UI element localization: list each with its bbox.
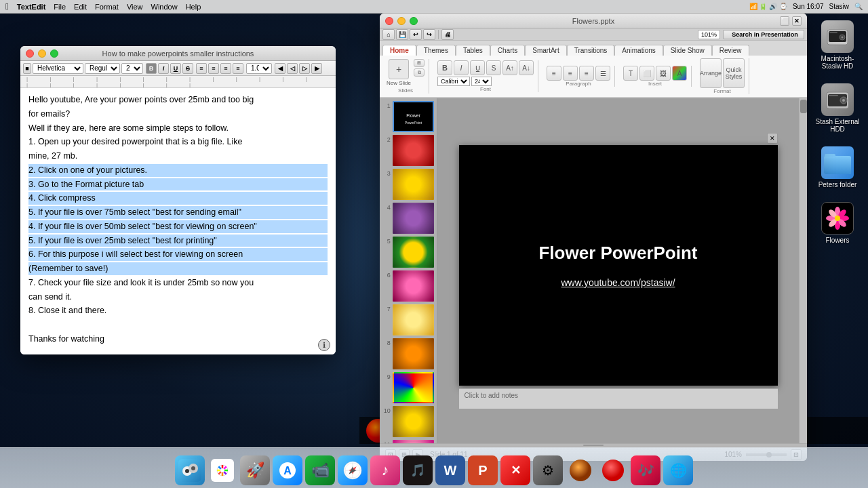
ppt-fontsize-down-btn[interactable]: A↓ [519,60,534,75]
ppt-align-left[interactable]: ≡ [547,66,561,81]
new-slide-button[interactable]: + [389,59,409,79]
dock-item-itunes[interactable]: ♪ [370,455,400,485]
edit-menu[interactable]: Edit [74,3,87,11]
toolbar-styles-btn[interactable]: ■ [23,63,31,74]
scroll-thumb[interactable] [800,100,807,113]
ppt-align-right[interactable]: ≡ [579,66,594,81]
align-justify-button[interactable]: ≡ [233,63,243,74]
notes-area[interactable]: Click to add notes [459,388,778,409]
ppt-list-btn[interactable]: ☰ [595,66,610,81]
dock-item-facetime[interactable]: 📹 [305,455,335,485]
bold-button[interactable]: B [146,63,157,74]
ppt-fontsize-up-btn[interactable]: A↑ [502,60,517,75]
help-menu[interactable]: Help [186,3,201,11]
ppt-toolbar-home[interactable]: ⌂ [382,29,395,40]
ppt-maximize-button[interactable] [410,17,418,25]
font-style-select[interactable]: Regular [85,63,120,74]
insert-picture[interactable]: 🖼 [656,66,671,81]
nav-prev-button[interactable]: ◀ [275,63,285,74]
ribbon-tab-slideshow[interactable]: Slide Show [663,45,712,56]
desktop-icon-stash-hdd[interactable]: Stash ExternalHDD [814,83,861,133]
insert-color[interactable]: A [672,66,687,81]
spotlight-icon[interactable]: 🔍 [854,3,863,10]
align-right-button[interactable]: ≡ [220,63,231,74]
ppt-fontsize-select[interactable]: 24 [471,77,492,86]
ppt-font-select[interactable]: Calibri [437,77,470,86]
line-spacing-select[interactable]: 1.0 [246,63,272,74]
dock-item-safari[interactable] [338,455,368,485]
ppt-align-center[interactable]: ≡ [563,66,578,81]
ribbon-tab-home[interactable]: Home [382,45,416,56]
dock-item-syspreference[interactable]: ⚙ [533,455,563,485]
underline-button[interactable]: U [170,63,181,74]
ribbon-tab-smartart[interactable]: SmartArt [525,45,566,56]
ppt-underline-btn[interactable]: U̲ [470,60,485,75]
desktop-icon-flowers[interactable]: Flowers [814,202,861,244]
dock-item-spotify[interactable]: 🎵 [403,455,433,485]
slide-thumb-9[interactable] [393,372,434,403]
nav-prev2-button[interactable]: ◁ [287,63,298,74]
slide-thumb-10[interactable] [393,406,434,437]
ribbon-tab-tables[interactable]: Tables [456,45,490,56]
ppt-shadow-btn[interactable]: S [486,60,501,75]
textedit-close-button[interactable] [26,49,34,58]
dock-item-music[interactable]: 🎶 [631,455,660,485]
ribbon-tab-charts[interactable]: Charts [490,45,525,56]
slide-thumb-6[interactable] [393,270,434,302]
dock-item-launchpad[interactable]: 🚀 [240,455,270,485]
dock-item-globe[interactable]: 🌐 [663,455,693,485]
slide-thumb-3[interactable] [393,169,434,200]
dock-item-photos[interactable] [208,455,237,485]
dock-item-powerpoint[interactable]: P [468,455,498,485]
dock-item-ball2[interactable] [598,455,628,485]
slide-main-view[interactable]: ✕ Flower PowerPoint www.youtube.com/psta… [437,98,799,443]
ppt-toolbar-undo[interactable]: ↩ [410,29,422,40]
slide-thumb-5[interactable] [393,237,434,268]
ribbon-tab-themes[interactable]: Themes [416,45,456,56]
app-name-menu[interactable]: TextEdit [17,3,46,11]
slide-duplicate-btn[interactable]: ⧉ [414,68,425,77]
dock-item-appstore[interactable]: A [273,455,302,485]
desktop-icon-peters-folder[interactable]: Peters folder [814,146,861,188]
nav-next-button[interactable]: ▷ [299,63,310,74]
ppt-toolbar-redo[interactable]: ↪ [423,29,435,40]
ppt-bold-btn[interactable]: B [437,60,452,75]
slide-view-close[interactable]: ✕ [767,133,778,144]
view-menu[interactable]: View [127,3,143,11]
ppt-close-button[interactable] [385,17,393,25]
ppt-search-btn[interactable]: Search in Presentation [723,30,804,39]
apple-menu[interactable]:  [5,1,9,12]
slide-thumb-8[interactable] [393,338,434,369]
slide-layout-btn[interactable]: ⊞ [414,59,425,67]
ppt-close2-btn[interactable]: ✕ [792,16,802,26]
ppt-toolbar-print[interactable]: 🖨 [441,29,454,40]
format-menu[interactable]: Format [95,3,119,11]
dock-item-ball1[interactable] [566,455,595,485]
slide-thumb-7[interactable] [393,304,434,336]
dock-item-word[interactable]: W [435,455,465,485]
ppt-toolbar-save[interactable]: 💾 [396,29,408,40]
ppt-resize-btn[interactable]: ⬜ [780,16,789,26]
slide-scrollbar[interactable] [799,98,807,443]
slide-thumb-4[interactable] [393,203,434,234]
insert-textbox[interactable]: T [623,66,638,81]
ribbon-tab-animations[interactable]: Animations [614,45,663,56]
dock-item-finder[interactable] [175,455,205,485]
window-menu[interactable]: Window [151,3,178,11]
slide-thumb-1[interactable]: FlowerPowerPoint [393,101,434,132]
textedit-minimize-button[interactable] [38,49,46,58]
italic-button[interactable]: I [158,63,169,74]
textedit-maximize-button[interactable] [50,49,58,58]
info-icon[interactable]: ℹ [318,339,330,351]
strikethrough-button[interactable]: S [182,63,193,74]
file-menu[interactable]: File [54,3,66,11]
ribbon-tab-review[interactable]: Review [712,45,749,56]
ppt-minimize-button[interactable] [397,17,406,25]
ribbon-tab-transitions[interactable]: Transitions [567,45,615,56]
insert-shape[interactable]: ⬜ [639,66,654,81]
quick-styles-btn[interactable]: QuickStyles [723,58,745,88]
font-size-select[interactable]: 24 [121,63,143,74]
slide-thumb-2[interactable] [393,135,434,166]
nav-next2-button[interactable]: ▶ [311,63,322,74]
align-center-button[interactable]: ≡ [208,63,219,74]
